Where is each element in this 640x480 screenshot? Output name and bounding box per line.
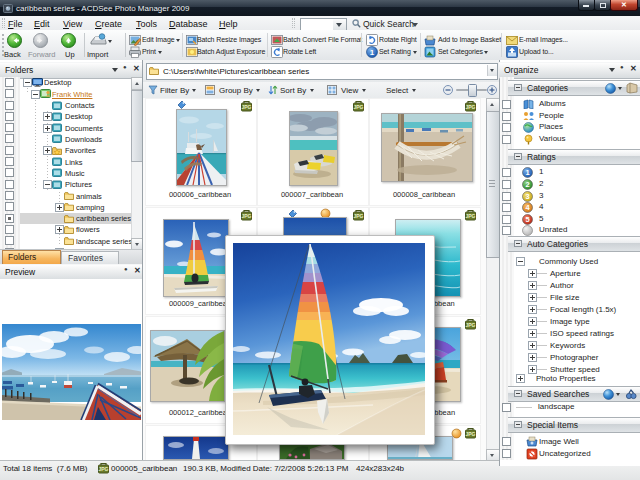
svg-text:JPG: JPG	[241, 213, 251, 219]
svg-text:5: 5	[525, 215, 529, 224]
svg-text:JPG: JPG	[465, 322, 475, 328]
svg-text:JPG: JPG	[353, 213, 363, 219]
svg-text:JPG: JPG	[465, 104, 475, 110]
svg-text:JPG: JPG	[465, 213, 475, 219]
svg-text:3: 3	[525, 192, 529, 201]
svg-text:JPG: JPG	[98, 466, 108, 472]
svg-text:JPG: JPG	[353, 104, 363, 110]
svg-text:JPG: JPG	[241, 104, 251, 110]
svg-text:JPG: JPG	[465, 431, 475, 437]
svg-text:2: 2	[525, 180, 529, 189]
svg-text:1: 1	[370, 48, 375, 57]
svg-text:1: 1	[525, 168, 529, 177]
